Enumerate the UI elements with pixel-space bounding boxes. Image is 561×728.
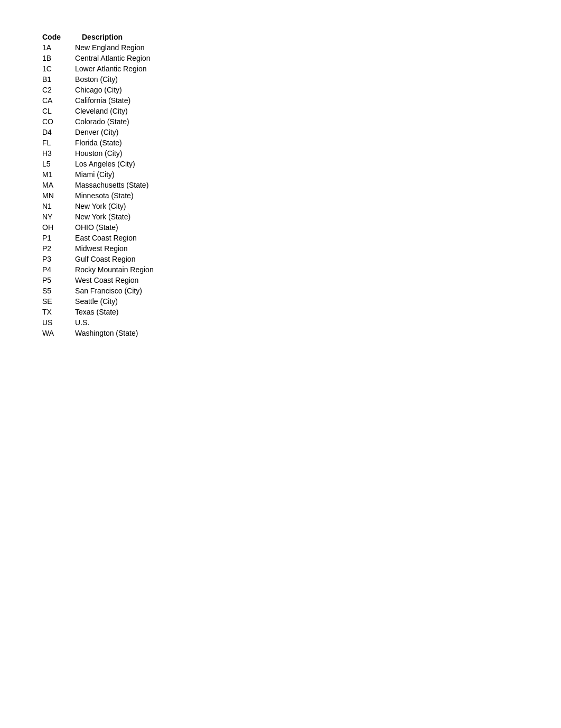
cell-code: L5 [42, 159, 75, 169]
table-row: D4Denver (City) [42, 127, 154, 137]
cell-code: CL [42, 106, 75, 116]
cell-description: OHIO (State) [75, 222, 154, 233]
table-row: S5San Francisco (City) [42, 285, 154, 296]
cell-description: Massachusetts (State) [75, 180, 154, 190]
cell-description: California (State) [75, 95, 154, 106]
table-row: MAMassachusetts (State) [42, 180, 154, 190]
cell-description: Houston (City) [75, 148, 154, 159]
table-body: 1ANew England Region1BCentral Atlantic R… [42, 42, 154, 338]
cell-description: Central Atlantic Region [75, 53, 154, 63]
table-row: USU.S. [42, 317, 154, 328]
table-row: H3Houston (City) [42, 148, 154, 159]
cell-code: TX [42, 307, 75, 317]
cell-code: 1A [42, 42, 75, 53]
cell-code: OH [42, 222, 75, 233]
cell-code: M1 [42, 169, 75, 180]
cell-description: Seattle (City) [75, 296, 154, 307]
column-header-description: Description [82, 32, 123, 42]
table-row: OHOHIO (State) [42, 222, 154, 233]
cell-code: WA [42, 328, 75, 338]
code-description-table: Code Description [42, 32, 123, 42]
cell-code: FL [42, 137, 75, 148]
table-row: 1CLower Atlantic Region [42, 63, 154, 74]
cell-description: Colorado (State) [75, 116, 154, 127]
cell-code: N1 [42, 201, 75, 211]
table-row: 1BCentral Atlantic Region [42, 53, 154, 63]
table-row: P3Gulf Coast Region [42, 254, 154, 264]
cell-description: Washington (State) [75, 328, 154, 338]
cell-code: CA [42, 95, 75, 106]
cell-code: D4 [42, 127, 75, 137]
table-row: L5Los Angeles (City) [42, 159, 154, 169]
cell-code: NY [42, 211, 75, 222]
cell-description: Texas (State) [75, 307, 154, 317]
cell-description: Rocky Mountain Region [75, 264, 154, 275]
table-header-row: Code Description [42, 32, 123, 42]
cell-description: Denver (City) [75, 127, 154, 137]
cell-code: US [42, 317, 75, 328]
table-row: P4Rocky Mountain Region [42, 264, 154, 275]
cell-code: CO [42, 116, 75, 127]
table-row: NYNew York (State) [42, 211, 154, 222]
cell-description: Los Angeles (City) [75, 159, 154, 169]
cell-description: Florida (State) [75, 137, 154, 148]
table-row: WAWashington (State) [42, 328, 154, 338]
cell-description: New York (State) [75, 211, 154, 222]
cell-description: New York (City) [75, 201, 154, 211]
table-row: P5West Coast Region [42, 275, 154, 285]
table-row: B1Boston (City) [42, 74, 154, 85]
column-header-code: Code [42, 32, 82, 42]
cell-description: U.S. [75, 317, 154, 328]
cell-code: S5 [42, 285, 75, 296]
cell-code: B1 [42, 74, 75, 85]
cell-description: San Francisco (City) [75, 285, 154, 296]
cell-description: Miami (City) [75, 169, 154, 180]
table-row: P2Midwest Region [42, 243, 154, 254]
table-row: M1Miami (City) [42, 169, 154, 180]
cell-description: New England Region [75, 42, 154, 53]
cell-description: Lower Atlantic Region [75, 63, 154, 74]
cell-code: 1C [42, 63, 75, 74]
table-row: 1ANew England Region [42, 42, 154, 53]
cell-code: P1 [42, 233, 75, 243]
cell-code: SE [42, 296, 75, 307]
cell-description: East Coast Region [75, 233, 154, 243]
cell-code: P2 [42, 243, 75, 254]
cell-description: Cleveland (City) [75, 106, 154, 116]
cell-code: MN [42, 190, 75, 201]
table-row: MNMinnesota (State) [42, 190, 154, 201]
cell-code: P5 [42, 275, 75, 285]
cell-code: 1B [42, 53, 75, 63]
table-row: FLFlorida (State) [42, 137, 154, 148]
table-row: C2Chicago (City) [42, 85, 154, 95]
cell-description: Midwest Region [75, 243, 154, 254]
cell-code: H3 [42, 148, 75, 159]
table-row: CACalifornia (State) [42, 95, 154, 106]
cell-description: West Coast Region [75, 275, 154, 285]
table-row: TXTexas (State) [42, 307, 154, 317]
cell-description: Chicago (City) [75, 85, 154, 95]
table-row: CLCleveland (City) [42, 106, 154, 116]
cell-code: P3 [42, 254, 75, 264]
table-row: P1East Coast Region [42, 233, 154, 243]
cell-code: C2 [42, 85, 75, 95]
cell-code: P4 [42, 264, 75, 275]
table-row: N1New York (City) [42, 201, 154, 211]
cell-description: Gulf Coast Region [75, 254, 154, 264]
cell-code: MA [42, 180, 75, 190]
table-row: SESeattle (City) [42, 296, 154, 307]
table-row: COColorado (State) [42, 116, 154, 127]
cell-description: Boston (City) [75, 74, 154, 85]
cell-description: Minnesota (State) [75, 190, 154, 201]
